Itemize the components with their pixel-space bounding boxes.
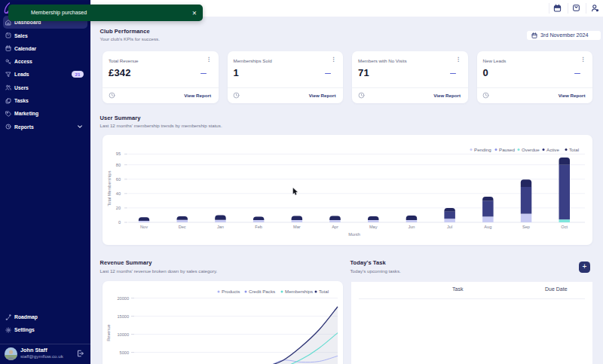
svg-text:Sep: Sep bbox=[522, 225, 530, 229]
svg-text:Month: Month bbox=[348, 232, 360, 237]
svg-text:Revenue: Revenue bbox=[106, 324, 111, 341]
svg-text:60: 60 bbox=[116, 177, 121, 182]
svg-text:0: 0 bbox=[118, 220, 121, 225]
svg-text:Active: Active bbox=[546, 147, 559, 152]
svg-text:Total: Total bbox=[319, 289, 329, 294]
svg-text:Dec: Dec bbox=[179, 225, 186, 229]
svg-text:Jun: Jun bbox=[408, 225, 415, 229]
svg-text:Nov: Nov bbox=[140, 225, 148, 229]
svg-text:Overdue: Overdue bbox=[522, 147, 540, 152]
svg-text:10000: 10000 bbox=[117, 332, 129, 336]
svg-text:Aug: Aug bbox=[484, 225, 491, 229]
svg-text:40: 40 bbox=[116, 191, 121, 196]
svg-text:Feb: Feb bbox=[255, 225, 262, 229]
svg-text:Pending: Pending bbox=[474, 147, 491, 152]
svg-text:Total Memberships: Total Memberships bbox=[107, 170, 112, 206]
svg-text:Apr: Apr bbox=[332, 225, 338, 229]
svg-text:Paused: Paused bbox=[499, 147, 516, 152]
svg-text:Mar: Mar bbox=[293, 225, 301, 229]
svg-text:Total: Total bbox=[569, 147, 579, 152]
svg-text:20000: 20000 bbox=[117, 295, 129, 300]
svg-text:Products: Products bbox=[222, 289, 240, 294]
svg-text:80: 80 bbox=[116, 163, 121, 167]
svg-text:Jan: Jan bbox=[217, 225, 224, 229]
svg-text:5000: 5000 bbox=[120, 350, 129, 354]
svg-text:Memberships: Memberships bbox=[285, 289, 313, 294]
svg-text:May: May bbox=[369, 225, 378, 229]
svg-text:Jul: Jul bbox=[447, 225, 452, 229]
svg-text:Credit Packs: Credit Packs bbox=[249, 289, 275, 294]
svg-text:Oct: Oct bbox=[561, 225, 568, 229]
svg-text:95: 95 bbox=[116, 151, 121, 156]
svg-text:15000: 15000 bbox=[117, 314, 129, 318]
svg-text:20: 20 bbox=[116, 206, 121, 210]
